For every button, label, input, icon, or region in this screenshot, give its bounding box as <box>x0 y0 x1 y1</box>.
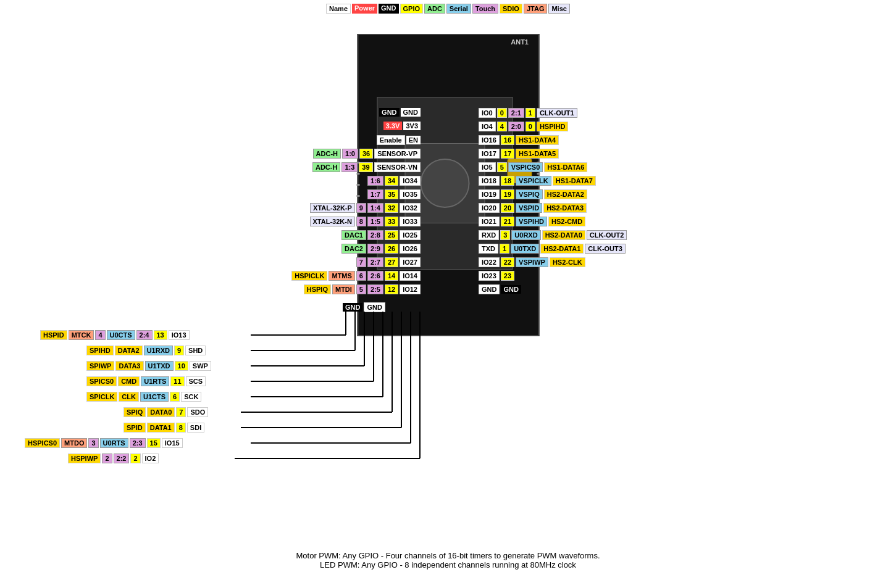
pin-io17-box: IO17 <box>479 149 500 159</box>
pin-20: 20 <box>501 203 514 213</box>
pin-u1cts: U1CTS <box>140 392 169 402</box>
pin-gnd-box: GND <box>379 108 399 117</box>
pin-17: 17 <box>501 149 514 159</box>
pin-7: 7 <box>176 407 186 417</box>
pin-data3: DATA3 <box>115 361 143 371</box>
pin-row-sdi: SPID DATA1 8 SDI <box>124 423 204 433</box>
pin-15: 15 <box>147 438 161 448</box>
pin-19: 19 <box>501 189 514 199</box>
pin-22: 22 <box>501 257 514 267</box>
pin-gnd-bottom: GND <box>343 303 362 312</box>
pin-23: 23 <box>501 271 514 281</box>
pin-7: 7 <box>356 257 366 267</box>
pin-5: 5 <box>497 162 507 172</box>
pin-row-io0: IO0 0 2:1 1 CLK-OUT1 <box>479 108 577 118</box>
pin-io22-box: IO22 <box>479 257 500 267</box>
pin-u1txd: U1TXD <box>145 361 174 371</box>
pin-29: 2:9 <box>367 244 383 254</box>
pin-io12: IO12 <box>400 284 421 294</box>
pin-io23-box: IO23 <box>479 271 500 281</box>
pin-14: 14 <box>385 271 398 281</box>
pin-3v3-box: 3.3V <box>383 122 403 130</box>
legend-gpio: GPIO <box>400 4 424 14</box>
pin-enable-text: Enable <box>377 135 405 145</box>
pin-21: 2:1 <box>508 108 524 118</box>
pin-dac1: DAC1 <box>341 230 366 240</box>
pin-35: 35 <box>385 189 398 199</box>
pin-io26: IO26 <box>400 244 421 254</box>
legend-power: Power <box>352 4 377 14</box>
pin-1-txd: 1 <box>500 244 509 254</box>
pin-spiwp: SPIWP <box>86 361 114 371</box>
pin-6: 6 <box>170 392 180 402</box>
legend-name: Name <box>326 4 351 14</box>
pin-vspihd: VSPIHD <box>516 217 547 226</box>
pin-row-sdo: SPIQ DATA0 7 SDO <box>124 407 208 417</box>
pin-39-vn: 39 <box>359 162 372 172</box>
pin-row-3v3: 3.3V 3V3 <box>383 122 421 130</box>
pin-2: 2 <box>130 453 140 463</box>
pin-27: 2:7 <box>367 257 383 267</box>
pin-u0txd: U0TXD <box>511 244 539 254</box>
pin-rxd: RXD <box>479 230 499 240</box>
pin-8: 8 <box>356 217 366 226</box>
pin-21: 21 <box>501 217 514 226</box>
pin-24: 2:4 <box>136 330 153 340</box>
pin-row-shd: SPIHD DATA2 U1RXD 9 SHD <box>86 346 206 355</box>
pin-36-vp: 36 <box>359 149 373 159</box>
pin-vspid: VSPID <box>516 203 542 213</box>
pin-2: 2 <box>102 453 112 463</box>
pin-row-io23: IO23 23 <box>479 271 514 281</box>
pin-28: 2:8 <box>367 230 383 240</box>
pin-io15: IO15 <box>162 438 183 448</box>
pin-en-text: EN <box>406 136 421 144</box>
pin-14: 1:4 <box>367 203 383 213</box>
pin-22: 2:2 <box>114 453 130 463</box>
pin-row-sensor-vn: ADC-H 1:3 39 SENSOR-VN <box>312 162 421 172</box>
pin-adch-vp: ADC-H <box>313 149 341 159</box>
pin-hs1data4: HS1-DATA4 <box>516 135 559 145</box>
pin-hs2clk: HS2-CLK <box>550 257 585 267</box>
pin-5: 5 <box>356 284 366 294</box>
pin-swp: SWP <box>190 361 211 371</box>
pin-cmd: CMD <box>118 376 140 386</box>
legend-touch: Touch <box>472 4 498 14</box>
pin-data1: DATA1 <box>147 423 175 433</box>
pin-16: 1:6 <box>367 176 383 186</box>
pin-sensorvp: SENSOR-VP <box>374 149 421 159</box>
pin-clkout1: CLK-OUT1 <box>537 108 577 118</box>
pin-row-io14: HSPICLK MTMS 6 2:6 14 IO14 <box>291 271 421 281</box>
pin-scs: SCS <box>186 376 206 386</box>
pin-16: 16 <box>501 135 514 145</box>
pin-0: 0 <box>497 108 507 118</box>
pin-io14: IO14 <box>400 271 421 281</box>
pin-io33: IO33 <box>400 217 421 226</box>
pin-row-io21: IO21 21 VSPIHD HS2-CMD <box>479 217 585 226</box>
legend-misc: Misc <box>548 4 569 14</box>
pin-vspiq: VSPIQ <box>516 189 543 199</box>
pin-row-io17: IO17 17 HS1-DATA5 <box>479 149 559 159</box>
pin-0-io4: 0 <box>525 122 535 131</box>
pin-32: 32 <box>385 203 398 213</box>
pin-shd: SHD <box>185 346 206 355</box>
pin-34: 34 <box>385 176 398 186</box>
pin-9: 9 <box>356 203 366 213</box>
pin-xtal-p: XTAL-32K-P <box>310 203 355 213</box>
pin-xtal-n: XTAL-32K-N <box>310 217 355 226</box>
pin-row-io4: IO4 4 2:0 0 HSPIHD <box>479 122 568 131</box>
pin-hs1data5: HS1-DATA5 <box>516 149 559 159</box>
pin-26: 2:6 <box>367 271 383 281</box>
pin-u0rxd: U0RXD <box>511 230 540 240</box>
pin-25: 25 <box>385 230 398 240</box>
pin-io4-box: IO4 <box>479 122 496 131</box>
pin-hspid: HSPID <box>40 330 67 340</box>
pin-hs2data3: HS2-DATA3 <box>543 203 587 213</box>
pin-row-gnd-right: GND GND <box>479 284 521 294</box>
pin-io18-box: IO18 <box>479 176 500 186</box>
pin-spics0: SPICS0 <box>86 376 117 386</box>
pin-3: 3 <box>500 230 510 240</box>
pin-row-io33: XTAL-32K-N 8 1:5 33 IO33 <box>310 217 421 226</box>
pin-row-io20: IO20 20 VSPID HS2-DATA3 <box>479 203 587 213</box>
pin-row-io13: HSPID MTCK 4 U0CTS 2:4 13 IO13 <box>40 330 190 340</box>
pin-13-vn: 1:3 <box>341 162 358 172</box>
